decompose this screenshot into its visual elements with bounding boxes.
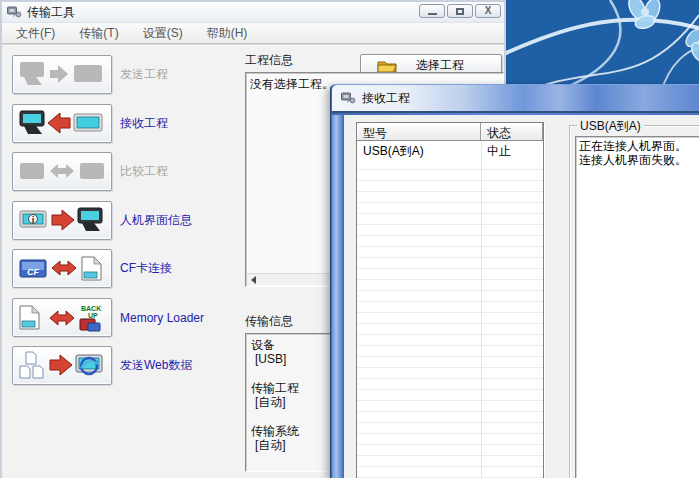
table-empty-rows <box>357 159 543 478</box>
svg-text:BACK: BACK <box>81 305 101 312</box>
memory-loader-label: Memory Loader <box>120 298 250 337</box>
compare-project-icon <box>18 157 106 187</box>
menu-settings[interactable]: 设置(S) <box>133 23 193 44</box>
receive-project-icon <box>18 109 106 139</box>
menu-file[interactable]: 文件(F) <box>6 23 65 44</box>
receive-project-label: 接收工程 <box>120 104 250 143</box>
project-info-message: 没有选择工程。 <box>250 77 334 91</box>
hmi-info-button[interactable]: i <box>12 201 112 240</box>
dialog-title: 接收工程 <box>362 90 410 107</box>
cell-model: USB(A到A) <box>357 141 481 158</box>
main-titlebar[interactable]: 传输工具 X <box>2 2 504 22</box>
scroll-left-button[interactable] <box>247 274 260 285</box>
menu-transfer[interactable]: 传输(T) <box>69 23 128 44</box>
svg-text:i: i <box>32 214 35 224</box>
cf-card-button[interactable]: CF <box>12 249 112 288</box>
table-column-divider <box>481 141 482 478</box>
compare-project-label: 比较工程 <box>120 152 250 191</box>
device-table: 型号 状态 USB(A到A) 中止 <box>356 122 544 478</box>
usb-message-line: 正在连接人机界面。 <box>579 139 699 153</box>
send-project-button <box>12 55 112 94</box>
cf-card-icon: CF <box>18 254 106 284</box>
transfer-tool-app-icon <box>7 6 22 18</box>
main-window-title: 传输工具 <box>27 4 75 21</box>
column-header-model[interactable]: 型号 <box>357 123 481 140</box>
desktop: 传输工具 X 文件(F) 传输(T) 设置(S) 帮助(H) <box>0 0 699 478</box>
send-web-data-icon <box>18 351 106 381</box>
usb-group-label: USB(A到A) <box>577 118 644 135</box>
window-controls: X <box>419 4 501 18</box>
send-project-icon <box>18 60 106 90</box>
close-icon: X <box>485 6 492 16</box>
hmi-info-label: 人机界面信息 <box>120 201 250 240</box>
usb-message-line: 连接人机界面失败。 <box>579 153 699 167</box>
table-row[interactable]: USB(A到A) 中止 <box>357 141 543 158</box>
column-header-status[interactable]: 状态 <box>481 123 543 140</box>
receive-project-dialog: 接收工程 型号 状态 USB(A到A) 中止 USB(A到A) <box>330 84 699 478</box>
send-project-label: 发送工程 <box>120 55 250 94</box>
device-table-header: 型号 状态 <box>357 123 543 141</box>
maximize-button[interactable] <box>447 4 473 18</box>
usb-message-area: 正在连接人机界面。 连接人机界面失败。 <box>575 136 699 478</box>
compare-project-button <box>12 152 112 191</box>
send-web-data-label: 发送Web数据 <box>120 346 250 385</box>
minimize-icon <box>428 13 437 15</box>
usb-group-box: USB(A到A) 正在连接人机界面。 连接人机界面失败。 <box>569 125 699 478</box>
scroll-left-arrow-icon <box>251 276 256 284</box>
svg-text:CF: CF <box>27 267 39 277</box>
memory-loader-icon: BACK UP <box>18 303 106 333</box>
hmi-info-icon: i <box>18 206 106 236</box>
menu-help[interactable]: 帮助(H) <box>197 23 258 44</box>
receive-project-button[interactable] <box>12 104 112 143</box>
project-info-label: 工程信息 <box>245 52 293 69</box>
maximize-icon <box>456 8 464 15</box>
cell-status: 中止 <box>481 141 543 158</box>
cf-card-label: CF卡连接 <box>120 249 250 288</box>
dialog-client-area: 型号 状态 USB(A到A) 中止 USB(A到A) 正在连接人机界面。 连接人… <box>344 115 699 478</box>
close-button[interactable]: X <box>475 4 501 18</box>
dialog-left-frame <box>332 115 344 478</box>
svg-text:UP: UP <box>88 312 98 319</box>
transfer-info-label: 传输信息 <box>245 313 293 330</box>
menu-bar: 文件(F) 传输(T) 设置(S) 帮助(H) <box>2 22 504 44</box>
minimize-button[interactable] <box>419 4 445 18</box>
toolbar-separator <box>2 44 504 46</box>
dialog-titlebar[interactable]: 接收工程 <box>332 85 699 113</box>
send-web-data-button[interactable] <box>12 346 112 385</box>
memory-loader-button[interactable]: BACK UP <box>12 298 112 337</box>
transfer-tool-app-icon <box>341 92 356 104</box>
